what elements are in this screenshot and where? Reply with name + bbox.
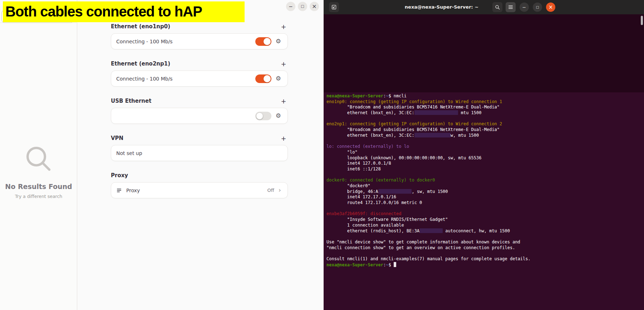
maximize-button[interactable]: □ xyxy=(298,2,307,11)
terminal-line: inet6 ::1/128 xyxy=(326,166,531,172)
terminal-line: inet4 127.0.0.1/8 xyxy=(326,161,531,166)
section-ethernet-eno1np0: Ethernet (eno1np0) + Connecting - 100 Mb… xyxy=(111,23,288,49)
terminal-line: "Broadcom and subsidiaries BCM57416 NetX… xyxy=(326,105,531,110)
terminal-line xyxy=(326,206,531,212)
section-proxy: Proxy Proxy Off › xyxy=(111,172,288,198)
search-icon xyxy=(24,144,54,174)
terminal-maximize-button[interactable]: □ xyxy=(533,3,542,12)
terminal-cursor xyxy=(394,262,396,267)
terminal-search-button[interactable] xyxy=(492,2,502,12)
terminal-line xyxy=(326,116,531,122)
terminal-line: inet4 172.17.0.1/16 xyxy=(326,194,531,200)
terminal-line: Consult nmcli(1) and nmcli-examples(7) m… xyxy=(326,256,531,262)
usb-ethernet-row: ⚙ xyxy=(111,108,288,124)
terminal-line xyxy=(326,139,531,144)
usb-ethernet-toggle[interactable] xyxy=(255,112,271,120)
add-connection-button[interactable]: + xyxy=(279,60,288,68)
terminal-line: "lo" xyxy=(326,150,531,155)
redaction-box xyxy=(414,133,451,137)
vpn-status-label: Not set up xyxy=(116,150,281,156)
ethernet-toggle[interactable] xyxy=(255,74,271,83)
terminal-line: enxbe3af2b6059f: disconnected xyxy=(326,211,531,217)
terminal-titlebar: nexa@nexa-Super-Server: ~ − □ × xyxy=(324,0,644,14)
connection-status-label: Connecting - 100 Mb/s xyxy=(116,76,251,82)
search-results-status: No Results Found Try a different search xyxy=(0,144,77,199)
terminal-line: "Insyde Software RNDIS/Ethernet Gadget" xyxy=(326,217,531,223)
settings-window-controls: − □ × xyxy=(286,2,319,11)
gear-icon[interactable]: ⚙ xyxy=(276,76,281,82)
terminal-line: "docker0" xyxy=(326,183,531,189)
settings-window: − □ × No Results Found Try a different s… xyxy=(0,0,324,310)
network-panel: Ethernet (eno1np0) + Connecting - 100 Mb… xyxy=(111,23,288,209)
add-connection-button[interactable]: + xyxy=(279,97,288,105)
terminal-line: nexa@nexa-Super-Server:~$ xyxy=(326,262,531,268)
toggle-knob xyxy=(264,38,271,45)
ethernet-row: Connecting - 100 Mb/s ⚙ xyxy=(111,33,288,49)
proxy-label: Proxy xyxy=(126,188,263,193)
hamburger-menu-icon xyxy=(508,5,513,10)
add-vpn-button[interactable]: + xyxy=(279,135,288,142)
terminal-line: eno2np1: connecting (getting IP configur… xyxy=(326,121,531,127)
terminal-close-button[interactable]: × xyxy=(546,3,555,12)
section-title: Ethernet (eno2np1) xyxy=(111,60,170,67)
settings-sidebar: No Results Found Try a different search xyxy=(0,0,77,310)
proxy-row[interactable]: Proxy Off › xyxy=(111,182,288,198)
no-results-title: No Results Found xyxy=(0,183,77,190)
section-title: Ethernet (eno1np0) xyxy=(111,23,170,30)
terminal-line: ethernet (rndis_host), BE:3A autoconnect… xyxy=(326,228,531,234)
toggle-knob xyxy=(264,75,271,82)
chevron-right-icon: › xyxy=(279,187,281,193)
terminal-line xyxy=(326,172,531,178)
terminal-line: bridge, 46:A, sw, mtu 1500 xyxy=(326,189,531,195)
terminal-line: 1 connection available xyxy=(326,223,531,228)
redaction-box xyxy=(414,110,458,115)
terminal-output: nexa@nexa-Super-Server:~$ nmclieno1np0: … xyxy=(326,93,531,267)
terminal-line: loopback (unknown), 00:00:00:00:00:00, s… xyxy=(326,155,531,161)
scrollbar-thumb[interactable] xyxy=(641,16,643,25)
terminal-line: ethernet (bnxt_en), 3C:EC: mtu 1500 xyxy=(326,110,531,116)
add-connection-button[interactable]: + xyxy=(279,23,288,30)
section-title: VPN xyxy=(111,135,123,141)
section-usb-ethernet: USB Ethernet + ⚙ xyxy=(111,97,288,124)
terminal-line: lo: connected (externally) to lo xyxy=(326,144,531,150)
redaction-box xyxy=(419,228,443,233)
gear-icon[interactable]: ⚙ xyxy=(276,38,281,44)
terminal-line xyxy=(326,234,531,239)
proxy-status: Off xyxy=(267,188,274,193)
terminal-line: route4 172.17.0.0/16 metric 0 xyxy=(326,200,531,206)
terminal-line: nexa@nexa-Super-Server:~$ nmcli xyxy=(326,93,531,99)
annotation-banner: Both cables connected to hAP xyxy=(3,1,245,22)
terminal-window: nexa@nexa-Super-Server: ~ − □ × nexa@nex… xyxy=(324,0,644,310)
search-icon xyxy=(495,5,500,10)
section-title: USB Ethernet xyxy=(111,98,151,104)
terminal-minimize-button[interactable]: − xyxy=(520,3,529,12)
proxy-icon xyxy=(116,188,122,193)
screen: − □ × No Results Found Try a different s… xyxy=(0,0,644,310)
terminal-scrollbar[interactable] xyxy=(641,14,644,310)
section-ethernet-eno2np1: Ethernet (eno2np1) + Connecting - 100 Mb… xyxy=(111,60,288,87)
ethernet-row: Connecting - 100 Mb/s ⚙ xyxy=(111,71,288,87)
gear-icon[interactable]: ⚙ xyxy=(276,113,281,119)
terminal-line: Use "nmcli device show" to get complete … xyxy=(326,239,531,245)
terminal-line: docker0: connected (externally) to docke… xyxy=(326,178,531,183)
vpn-row: Not set up xyxy=(111,145,288,161)
toggle-knob xyxy=(256,112,263,120)
terminal-line: ethernet (bnxt_en), 3C:EC:w, mtu 1500 xyxy=(326,133,531,139)
close-button[interactable]: × xyxy=(310,2,319,11)
minimize-button[interactable]: − xyxy=(286,2,295,11)
section-title: Proxy xyxy=(111,172,128,179)
terminal-empty-area xyxy=(324,14,644,92)
terminal-line: eno1np0: connecting (getting IP configur… xyxy=(326,99,531,105)
terminal-line: "nmcli connection show" to get an overvi… xyxy=(326,245,531,251)
connection-status-label: Connecting - 100 Mb/s xyxy=(116,39,251,44)
terminal-menu-button[interactable] xyxy=(506,2,516,12)
section-vpn: VPN + Not set up xyxy=(111,135,288,161)
terminal-line: "Broadcom and subsidiaries BCM57416 NetX… xyxy=(326,127,531,133)
no-results-hint: Try a different search xyxy=(0,194,77,199)
ethernet-toggle[interactable] xyxy=(255,37,271,46)
terminal-line xyxy=(326,251,531,256)
redaction-box xyxy=(378,189,412,194)
